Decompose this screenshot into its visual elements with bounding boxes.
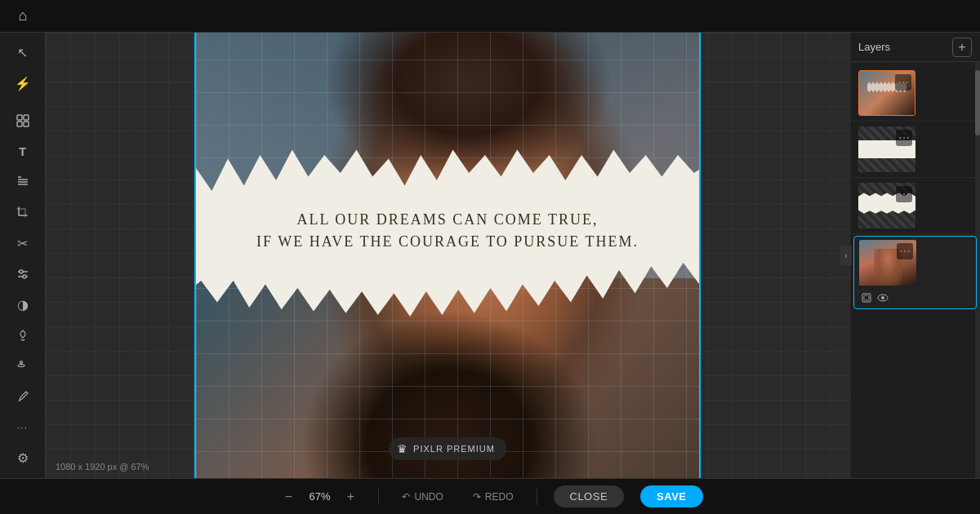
quote-line-2: if we have the courage to pursue them. (224, 233, 671, 250)
zoom-out-icon: − (285, 490, 292, 504)
layer-4-visibility-icon[interactable] (875, 290, 890, 305)
tool-scissors[interactable]: ✂ (7, 229, 38, 257)
layer-thumbnail-3: ⋯ (858, 183, 915, 228)
undo-label: UNDO (414, 491, 443, 503)
layer-4-icons (859, 290, 971, 305)
svg-point-11 (23, 275, 26, 278)
layer-4-more-btn[interactable]: ⋯ (897, 243, 913, 259)
zoom-in-button[interactable]: + (339, 485, 362, 508)
top-bar: ⌂ (0, 0, 980, 33)
layer-thumbnail-4: ⋯ (859, 240, 916, 286)
redo-button[interactable]: ↷ REDO (466, 488, 520, 506)
left-toolbar: ↖ ⚡ T ✂ (0, 33, 46, 478)
tool-clone[interactable] (7, 352, 38, 380)
premium-label: PIXLR PREMIUM (413, 444, 495, 454)
tool-adjust[interactable] (7, 260, 38, 288)
collapse-icon: › (844, 251, 847, 260)
tool-brush[interactable] (7, 383, 38, 410)
svg-rect-2 (17, 122, 22, 126)
undo-button[interactable]: ↶ UNDO (395, 488, 449, 506)
close-button[interactable]: CLOSE (554, 485, 625, 507)
save-button[interactable]: SAVE (640, 485, 702, 507)
divider-1 (378, 489, 379, 505)
undo-icon: ↶ (402, 491, 410, 503)
redo-label: REDO (485, 491, 514, 503)
canvas-status: 1080 x 1920 px @ 67% (56, 462, 149, 472)
add-layer-button[interactable]: + (952, 38, 972, 57)
layer-item-1[interactable]: ⋯ (853, 67, 977, 119)
zoom-in-icon: + (347, 490, 354, 504)
premium-badge: ♛ PIXLR PREMIUM (389, 437, 506, 460)
canvas-frame[interactable]: All our dreams can come true, if we have… (194, 33, 701, 478)
tool-text[interactable]: T (7, 138, 38, 166)
canvas-area: 1080 x 1920 px @ 67% All our dreams can … (46, 33, 849, 478)
svg-point-10 (20, 270, 23, 273)
tool-lightning[interactable]: ⚡ (7, 70, 38, 98)
svg-rect-0 (17, 115, 22, 120)
main-area: ↖ ⚡ T ✂ (0, 33, 980, 478)
layer-thumbnail-1: ⋯ (858, 70, 915, 116)
tool-liquify[interactable] (7, 321, 38, 349)
tool-more[interactable]: ··· (7, 414, 38, 441)
tool-crop[interactable] (7, 199, 38, 227)
layers-title: Layers (858, 41, 890, 53)
svg-rect-16 (864, 295, 869, 300)
zoom-value-display: 67% (305, 490, 334, 503)
home-icon: ⌂ (19, 7, 28, 24)
home-button[interactable]: ⌂ (10, 3, 36, 29)
layer-separator-3 (850, 233, 980, 234)
tool-select[interactable]: ↖ (7, 39, 38, 67)
layers-panel: Layers + › ⋯ (849, 33, 980, 478)
redo-icon: ↷ (473, 491, 481, 503)
layers-list: ⋯ ⋯ ⋯ (850, 62, 980, 478)
layer-separator-2 (850, 177, 980, 178)
layer-item-4[interactable]: ⋯ (853, 236, 977, 309)
tool-pattern[interactable] (7, 168, 38, 196)
crown-icon: ♛ (397, 442, 408, 455)
bottom-bar: − 67% + ↶ UNDO ↷ REDO CLOSE SAVE (0, 478, 980, 514)
layer-3-more-btn[interactable]: ⋯ (896, 186, 912, 202)
quote-line-1: All our dreams can come true, (264, 211, 630, 228)
svg-rect-1 (24, 115, 29, 120)
layer-item-3[interactable]: ⋯ (853, 179, 977, 232)
tool-grid[interactable] (7, 107, 38, 135)
layer-2-more-btn[interactable]: ⋯ (896, 130, 912, 146)
svg-rect-3 (24, 122, 29, 126)
zoom-out-button[interactable]: − (277, 485, 300, 508)
layer-thumbnail-2: ⋯ (858, 126, 915, 172)
layer-item-2[interactable]: ⋯ (853, 123, 977, 175)
zoom-control: − 67% + (277, 485, 362, 508)
svg-point-18 (881, 296, 884, 299)
layer-separator-1 (850, 121, 980, 122)
settings-button[interactable]: ⚙ (7, 445, 38, 472)
layer-1-more-btn[interactable]: ⋯ (895, 74, 911, 91)
divider-2 (537, 489, 537, 505)
layer-4-transform-icon[interactable] (859, 290, 874, 305)
layers-header: Layers + (850, 33, 980, 62)
tool-contrast[interactable]: ◑ (7, 291, 38, 319)
